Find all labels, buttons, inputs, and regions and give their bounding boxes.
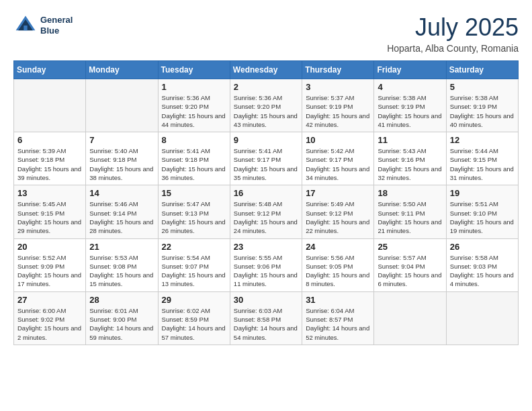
day-number: 24 [306,242,370,252]
day-number: 18 [378,188,442,198]
calendar-cell [374,291,446,345]
weekday-header: Tuesday [158,61,230,79]
day-number: 22 [162,242,226,252]
day-detail: Sunrise: 5:36 AMSunset: 9:20 PMDaylight:… [234,93,298,129]
logo-line1: General [40,15,73,26]
calendar-cell: 9 Sunrise: 5:41 AMSunset: 9:17 PMDayligh… [230,132,302,185]
weekday-header: Friday [374,61,446,79]
calendar-cell: 17 Sunrise: 5:49 AMSunset: 9:12 PMDaylig… [302,185,374,238]
day-detail: Sunrise: 5:53 AMSunset: 9:08 PMDaylight:… [89,253,154,289]
day-number: 23 [234,242,298,252]
location: Hoparta, Alba County, Romania [387,43,519,54]
calendar-cell: 14 Sunrise: 5:46 AMSunset: 9:14 PMDaylig… [86,185,158,238]
calendar-cell: 21 Sunrise: 5:53 AMSunset: 9:08 PMDaylig… [86,238,158,291]
weekday-header: Thursday [302,61,374,79]
month-title: July 2025 [387,13,519,42]
day-detail: Sunrise: 6:00 AMSunset: 9:02 PMDaylight:… [17,306,82,342]
day-number: 14 [89,188,154,198]
day-detail: Sunrise: 5:40 AMSunset: 9:18 PMDaylight:… [89,146,154,182]
calendar-cell [446,291,518,345]
day-detail: Sunrise: 5:44 AMSunset: 9:15 PMDaylight:… [450,146,515,182]
logo-line2: Blue [40,26,73,36]
day-detail: Sunrise: 6:03 AMSunset: 8:58 PMDaylight:… [234,306,298,342]
calendar-cell: 11 Sunrise: 5:43 AMSunset: 9:16 PMDaylig… [374,132,446,185]
calendar-week-row: 1 Sunrise: 5:36 AMSunset: 9:20 PMDayligh… [14,79,519,132]
day-detail: Sunrise: 5:45 AMSunset: 9:15 PMDaylight:… [17,199,82,235]
day-number: 9 [234,135,298,145]
day-number: 27 [17,295,82,305]
calendar-cell: 1 Sunrise: 5:36 AMSunset: 9:20 PMDayligh… [158,79,230,132]
day-detail: Sunrise: 5:51 AMSunset: 9:10 PMDaylight:… [450,199,515,235]
logo-text: General Blue [40,15,73,36]
calendar-cell: 16 Sunrise: 5:48 AMSunset: 9:12 PMDaylig… [230,185,302,238]
day-number: 13 [17,188,82,198]
logo: General Blue [13,13,73,38]
calendar-cell: 2 Sunrise: 5:36 AMSunset: 9:20 PMDayligh… [230,79,302,132]
calendar-cell: 3 Sunrise: 5:37 AMSunset: 9:19 PMDayligh… [302,79,374,132]
calendar-cell: 28 Sunrise: 6:01 AMSunset: 9:00 PMDaylig… [86,291,158,345]
day-number: 12 [450,135,515,145]
calendar-week-row: 27 Sunrise: 6:00 AMSunset: 9:02 PMDaylig… [14,291,519,345]
title-block: July 2025 Hoparta, Alba County, Romania [387,13,519,54]
day-number: 2 [234,82,298,92]
calendar-cell: 31 Sunrise: 6:04 AMSunset: 8:57 PMDaylig… [302,291,374,345]
calendar-cell: 5 Sunrise: 5:38 AMSunset: 9:19 PMDayligh… [446,79,518,132]
calendar-cell: 8 Sunrise: 5:41 AMSunset: 9:18 PMDayligh… [158,132,230,185]
day-detail: Sunrise: 5:48 AMSunset: 9:12 PMDaylight:… [234,199,298,235]
calendar-cell: 13 Sunrise: 5:45 AMSunset: 9:15 PMDaylig… [14,185,86,238]
calendar-cell: 23 Sunrise: 5:55 AMSunset: 9:06 PMDaylig… [230,238,302,291]
calendar-cell [14,79,86,132]
calendar-week-row: 13 Sunrise: 5:45 AMSunset: 9:15 PMDaylig… [14,185,519,238]
calendar-cell: 12 Sunrise: 5:44 AMSunset: 9:15 PMDaylig… [446,132,518,185]
calendar-cell: 19 Sunrise: 5:51 AMSunset: 9:10 PMDaylig… [446,185,518,238]
day-detail: Sunrise: 5:46 AMSunset: 9:14 PMDaylight:… [89,199,154,235]
day-detail: Sunrise: 6:01 AMSunset: 9:00 PMDaylight:… [89,306,154,342]
day-detail: Sunrise: 6:04 AMSunset: 8:57 PMDaylight:… [306,306,370,342]
day-number: 31 [306,295,370,305]
calendar-week-row: 6 Sunrise: 5:39 AMSunset: 9:18 PMDayligh… [14,132,519,185]
calendar-table: SundayMondayTuesdayWednesdayThursdayFrid… [13,60,519,345]
day-detail: Sunrise: 5:41 AMSunset: 9:18 PMDaylight:… [162,146,226,182]
calendar-cell: 6 Sunrise: 5:39 AMSunset: 9:18 PMDayligh… [14,132,86,185]
day-number: 1 [162,82,226,92]
calendar-cell: 18 Sunrise: 5:50 AMSunset: 9:11 PMDaylig… [374,185,446,238]
day-number: 4 [378,82,442,92]
calendar-cell: 30 Sunrise: 6:03 AMSunset: 8:58 PMDaylig… [230,291,302,345]
calendar-cell: 4 Sunrise: 5:38 AMSunset: 9:19 PMDayligh… [374,79,446,132]
day-detail: Sunrise: 5:57 AMSunset: 9:04 PMDaylight:… [378,253,442,289]
day-number: 11 [378,135,442,145]
calendar-cell: 24 Sunrise: 5:56 AMSunset: 9:05 PMDaylig… [302,238,374,291]
day-detail: Sunrise: 5:55 AMSunset: 9:06 PMDaylight:… [234,253,298,289]
day-number: 30 [234,295,298,305]
calendar-cell: 26 Sunrise: 5:58 AMSunset: 9:03 PMDaylig… [446,238,518,291]
day-detail: Sunrise: 5:49 AMSunset: 9:12 PMDaylight:… [306,199,370,235]
weekday-header: Monday [86,61,158,79]
day-detail: Sunrise: 5:39 AMSunset: 9:18 PMDaylight:… [17,146,82,182]
day-number: 26 [450,242,515,252]
weekday-header-row: SundayMondayTuesdayWednesdayThursdayFrid… [14,61,519,79]
day-number: 10 [306,135,370,145]
day-number: 6 [17,135,82,145]
day-detail: Sunrise: 5:58 AMSunset: 9:03 PMDaylight:… [450,253,515,289]
day-detail: Sunrise: 5:36 AMSunset: 9:20 PMDaylight:… [162,93,226,129]
day-number: 5 [450,82,515,92]
day-detail: Sunrise: 5:43 AMSunset: 9:16 PMDaylight:… [378,146,442,182]
day-number: 29 [162,295,226,305]
day-number: 28 [89,295,154,305]
calendar-cell [86,79,158,132]
logo-icon [13,13,38,38]
day-number: 15 [162,188,226,198]
calendar-cell: 29 Sunrise: 6:02 AMSunset: 8:59 PMDaylig… [158,291,230,345]
day-detail: Sunrise: 5:47 AMSunset: 9:13 PMDaylight:… [162,199,226,235]
calendar-cell: 7 Sunrise: 5:40 AMSunset: 9:18 PMDayligh… [86,132,158,185]
day-detail: Sunrise: 5:37 AMSunset: 9:19 PMDaylight:… [306,93,370,129]
day-number: 7 [89,135,154,145]
day-number: 20 [17,242,82,252]
calendar-cell: 20 Sunrise: 5:52 AMSunset: 9:09 PMDaylig… [14,238,86,291]
day-number: 8 [162,135,226,145]
calendar-cell: 10 Sunrise: 5:42 AMSunset: 9:17 PMDaylig… [302,132,374,185]
page-header: General Blue July 2025 Hoparta, Alba Cou… [13,13,519,54]
calendar-cell: 22 Sunrise: 5:54 AMSunset: 9:07 PMDaylig… [158,238,230,291]
day-detail: Sunrise: 5:50 AMSunset: 9:11 PMDaylight:… [378,199,442,235]
day-number: 16 [234,188,298,198]
